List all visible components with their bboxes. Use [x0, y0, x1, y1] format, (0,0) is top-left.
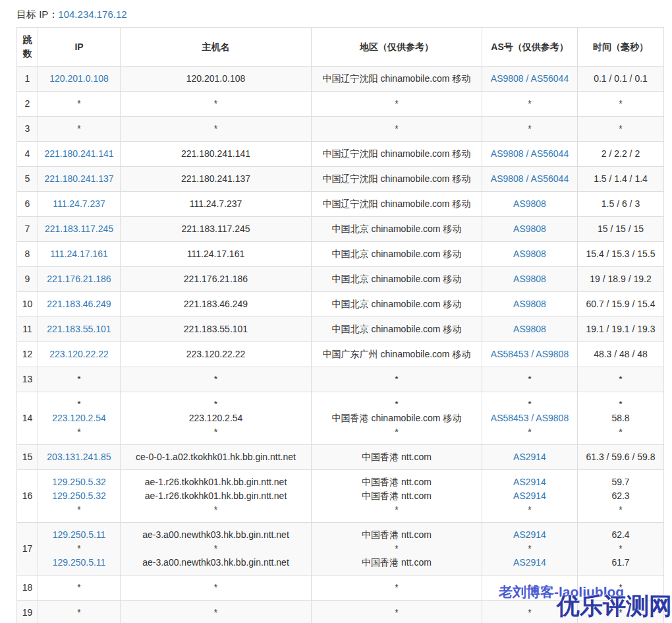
time-cell: *	[578, 601, 664, 623]
column-header-region: 地区（仅供参考）	[312, 28, 482, 67]
region-cell: 中国北京 chinamobile.com 移动	[312, 267, 482, 292]
ip-link[interactable]: 223.120.2.54	[52, 413, 106, 423]
hop-cell: 7	[17, 217, 38, 242]
ip-link[interactable]: 203.131.241.85	[47, 452, 111, 462]
hop-cell: 6	[17, 192, 38, 217]
ip-cell: *	[38, 576, 121, 601]
as-link[interactable]: AS9808	[491, 173, 524, 184]
host-cell: *223.120.2.54*	[121, 392, 312, 445]
asn-cell: *	[482, 601, 578, 623]
time-cell: 62.4*61.7	[578, 523, 664, 576]
as-link[interactable]: AS9808	[513, 198, 546, 209]
table-row: 7221.183.117.245221.183.117.245中国北京 chin…	[17, 217, 664, 242]
as-link[interactable]: AS58453	[491, 413, 529, 423]
ip-link[interactable]: 223.120.22.22	[49, 349, 109, 359]
table-row: 8111.24.17.161111.24.17.161中国北京 chinamob…	[17, 242, 664, 267]
time-cell: 15 / 15 / 15	[578, 217, 664, 242]
host-cell: 223.120.22.22	[121, 342, 312, 367]
table-row: 13*****	[17, 367, 664, 392]
ip-link[interactable]: 221.183.46.249	[47, 299, 111, 309]
host-cell: *	[121, 601, 312, 623]
host-cell: 221.180.241.141	[121, 142, 312, 167]
host-cell: 221.183.117.245	[121, 217, 312, 242]
time-cell: 0.1 / 0.1 / 0.1	[578, 67, 664, 92]
ip-cell: 221.180.241.141	[38, 142, 121, 167]
region-cell: *	[312, 92, 482, 117]
table-row: 1120.201.0.108120.201.0.108中国辽宁沈阳 chinam…	[17, 67, 664, 92]
ip-cell: 221.183.117.245	[38, 217, 121, 242]
column-header-time: 时间（毫秒）	[578, 28, 664, 67]
table-row: 17129.250.5.11*129.250.5.11ae-3.a00.newt…	[17, 523, 664, 576]
asn-cell: AS9808 / AS56044	[482, 167, 578, 192]
as-link[interactable]: AS56044	[531, 173, 569, 184]
as-link[interactable]: AS2914	[513, 529, 546, 540]
host-cell: *	[121, 576, 312, 601]
ip-cell: 111.24.7.237	[38, 192, 121, 217]
page: 目标 IP：104.234.176.12 跳数 IP 主机名 地区（仅供参考） …	[0, 0, 672, 623]
time-cell: 15.4 / 15.3 / 15.5	[578, 242, 664, 267]
region-cell: 中国北京 chinamobile.com 移动	[312, 242, 482, 267]
hop-cell: 3	[17, 117, 38, 142]
host-cell: ce-0-0-1.a02.tkokhk01.hk.bb.gin.ntt.net	[121, 445, 312, 470]
hop-cell: 10	[17, 292, 38, 317]
ip-cell: 223.120.22.22	[38, 342, 121, 367]
ip-link[interactable]: 129.250.5.32	[52, 477, 106, 487]
ip-link[interactable]: 129.250.5.11	[53, 529, 106, 540]
target-ip-label: 目标 IP：	[16, 9, 58, 20]
ip-cell: 129.250.5.32129.250.5.32*	[38, 470, 121, 523]
region-cell: 中国辽宁沈阳 chinamobile.com 移动	[312, 67, 482, 92]
as-link[interactable]: AS9808	[513, 324, 546, 334]
as-link[interactable]: AS9808	[536, 349, 569, 359]
table-row: 15203.131.241.85ce-0-0-1.a02.tkokhk01.hk…	[17, 445, 664, 470]
ip-cell: 120.201.0.108	[38, 67, 121, 92]
as-link[interactable]: AS2914	[513, 557, 546, 568]
column-header-asn: AS号（仅供参考）	[482, 28, 578, 67]
as-link[interactable]: AS9808	[491, 73, 524, 84]
ip-link[interactable]: 221.176.21.186	[47, 274, 111, 284]
hop-cell: 17	[17, 523, 38, 576]
table-row: 12223.120.22.22223.120.22.22中国广东广州 china…	[17, 342, 664, 367]
time-cell: 19.1 / 19.1 / 19.3	[578, 317, 664, 342]
as-link[interactable]: AS9808	[513, 299, 546, 309]
ip-cell: 221.180.241.137	[38, 167, 121, 192]
table-row: 4221.180.241.141221.180.241.141中国辽宁沈阳 ch…	[17, 142, 664, 167]
target-ip-value[interactable]: 104.234.176.12	[58, 9, 126, 20]
region-cell: 中国辽宁沈阳 chinamobile.com 移动	[312, 142, 482, 167]
region-cell: 中国广东广州 chinamobile.com 移动	[312, 342, 482, 367]
as-link[interactable]: AS56044	[531, 73, 569, 84]
ip-link[interactable]: 221.180.241.141	[44, 148, 113, 159]
region-cell: 中国香港 ntt.com*中国香港 ntt.com	[312, 523, 482, 576]
table-row: 3*****	[17, 117, 664, 142]
asn-cell: AS2914	[482, 445, 578, 470]
as-link[interactable]: AS9808	[513, 223, 546, 234]
ip-link[interactable]: 129.250.5.32	[52, 490, 106, 501]
time-cell: 2 / 2.2 / 2	[578, 142, 664, 167]
hop-cell: 14	[17, 392, 38, 445]
ip-link[interactable]: 221.183.55.101	[47, 324, 111, 334]
as-link[interactable]: AS9808	[513, 274, 546, 284]
ip-link[interactable]: 111.24.17.161	[50, 249, 107, 259]
time-cell: 19 / 18.9 / 19.2	[578, 267, 664, 292]
table-row: 11221.183.55.101221.183.55.101中国北京 china…	[17, 317, 664, 342]
ip-link[interactable]: 221.180.241.137	[44, 173, 113, 184]
host-cell: 221.183.46.249	[121, 292, 312, 317]
as-link[interactable]: AS2914	[513, 452, 546, 462]
ip-link[interactable]: 111.24.7.237	[53, 198, 105, 209]
as-link[interactable]: AS2914	[513, 477, 546, 487]
as-link[interactable]: AS58453	[491, 349, 529, 359]
asn-cell: AS9808 / AS56044	[482, 67, 578, 92]
ip-cell: *	[38, 601, 121, 623]
ip-link[interactable]: 129.250.5.11	[53, 557, 106, 568]
as-link[interactable]: AS9808	[513, 249, 546, 259]
host-cell: 111.24.17.161	[121, 242, 312, 267]
as-link[interactable]: AS9808	[491, 148, 524, 159]
as-link[interactable]: AS9808	[536, 413, 569, 423]
table-header-row: 跳数 IP 主机名 地区（仅供参考） AS号（仅供参考） 时间（毫秒）	[17, 28, 664, 67]
hop-cell: 11	[17, 317, 38, 342]
asn-cell: AS9808	[482, 192, 578, 217]
asn-cell: AS2914AS2914*	[482, 470, 578, 523]
ip-link[interactable]: 120.201.0.108	[49, 73, 109, 84]
as-link[interactable]: AS2914	[513, 490, 546, 501]
ip-link[interactable]: 221.183.117.245	[45, 223, 113, 234]
as-link[interactable]: AS56044	[531, 148, 569, 159]
